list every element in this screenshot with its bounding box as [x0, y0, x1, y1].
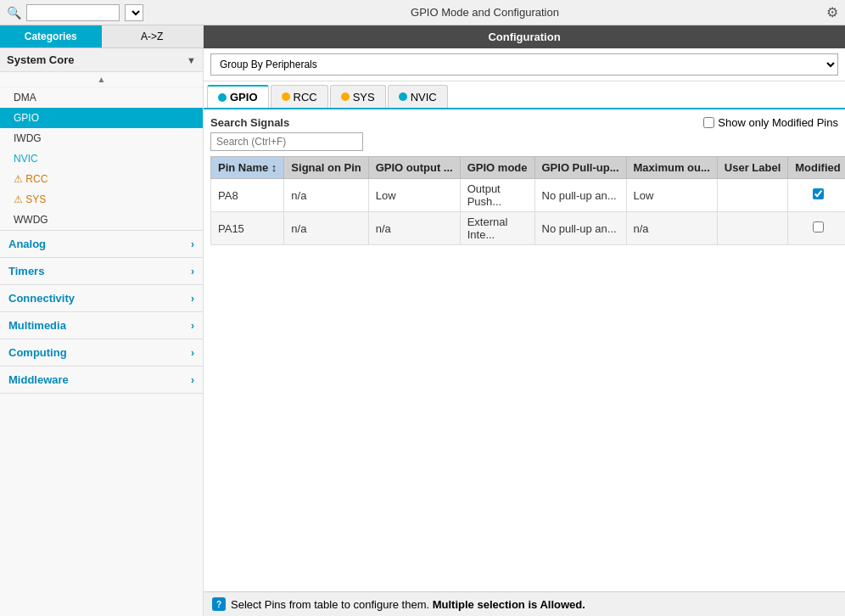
tab-nvic[interactable]: NVIC	[388, 85, 448, 108]
config-table: Pin Name ↕ Signal on Pin GPIO output ...…	[204, 156, 845, 591]
sidebar-item-iwdg[interactable]: IWDG	[0, 128, 203, 148]
sidebar-item-gpio[interactable]: GPIO	[0, 108, 203, 128]
col-modified[interactable]: Modified	[788, 157, 845, 179]
show-modified-label: Show only Modified Pins	[718, 116, 838, 129]
table-header-row: Pin Name ↕ Signal on Pin GPIO output ...…	[211, 157, 846, 179]
tab-sys[interactable]: SYS	[330, 85, 386, 108]
connectivity-header[interactable]: Connectivity ›	[0, 285, 203, 311]
show-modified-checkbox[interactable]	[703, 117, 714, 128]
cell-gpio-mode: Output Push...	[460, 179, 534, 212]
col-user-label[interactable]: User Label	[717, 157, 787, 179]
col-gpio-output[interactable]: GPIO output ...	[368, 157, 460, 179]
middleware-header[interactable]: Middleware ›	[0, 367, 203, 393]
gpio-tab-dot	[218, 93, 227, 102]
sidebar-item-wwdg[interactable]: WWDG	[0, 210, 203, 230]
cell-max-output: Low	[626, 179, 717, 212]
system-core-section: System Core ▼ ▲ DMA GPIO IWDG NVIC ⚠ RCC…	[0, 48, 203, 231]
config-header: Configuration	[204, 25, 845, 48]
search-input-wrap	[204, 132, 845, 156]
middleware-section: Middleware ›	[0, 367, 203, 394]
cell-user-label	[717, 179, 787, 212]
timers-header[interactable]: Timers ›	[0, 258, 203, 284]
table-row[interactable]: PA15 n/a n/a External Inte... No pull-up…	[211, 212, 846, 245]
top-search-input[interactable]	[26, 4, 120, 21]
rcc-tab-dot	[282, 92, 290, 101]
sort-up-arrow[interactable]: ▲	[94, 75, 109, 84]
modified-checkbox-pa15[interactable]	[813, 221, 824, 232]
timers-section: Timers ›	[0, 258, 203, 285]
timers-chevron: ›	[191, 266, 194, 277]
top-bar: 🔍 GPIO Mode and Configuration ⚙	[0, 0, 845, 25]
search-icon: 🔍	[7, 6, 21, 20]
cell-gpio-pull: No pull-up an...	[534, 179, 626, 212]
col-gpio-pull[interactable]: GPIO Pull-up...	[534, 157, 626, 179]
analog-header[interactable]: Analog ›	[0, 231, 203, 257]
sidebar: Categories A->Z System Core ▼ ▲ DMA GPIO…	[0, 25, 204, 616]
computing-chevron: ›	[191, 347, 194, 359]
computing-header[interactable]: Computing ›	[0, 339, 203, 366]
tab-gpio[interactable]: GPIO	[207, 85, 269, 108]
cell-modified	[788, 212, 845, 245]
cell-gpio-output: n/a	[368, 212, 460, 245]
middleware-label: Middleware	[8, 373, 69, 386]
cell-pin-name: PA8	[211, 179, 284, 212]
col-pin-name[interactable]: Pin Name ↕	[211, 157, 284, 179]
multimedia-header[interactable]: Multimedia ›	[0, 312, 203, 339]
col-max-output[interactable]: Maximum ou...	[626, 157, 717, 179]
modified-check-area: Show only Modified Pins	[703, 116, 838, 129]
connectivity-label: Connectivity	[8, 292, 75, 305]
system-core-header[interactable]: System Core ▼	[0, 48, 203, 72]
sidebar-tabs: Categories A->Z	[0, 25, 203, 48]
tab-categories[interactable]: Categories	[0, 25, 102, 48]
cell-signal-on-pin: n/a	[284, 212, 368, 245]
info-icon: ?	[212, 597, 226, 611]
nvic-tab-dot	[399, 92, 407, 101]
bottom-bar: ? Select Pins from table to configure th…	[204, 591, 845, 616]
sidebar-item-nvic[interactable]: NVIC	[0, 148, 203, 169]
cell-pin-name: PA15	[211, 212, 284, 245]
app-title: GPIO Mode and Configuration	[148, 6, 821, 19]
nvic-tab-label: NVIC	[411, 91, 437, 104]
content-area: Configuration Group By Peripherals Group…	[204, 25, 845, 616]
cell-signal-on-pin: n/a	[284, 179, 368, 212]
table-row[interactable]: PA8 n/a Low Output Push... No pull-up an…	[211, 179, 846, 212]
gpio-table: Pin Name ↕ Signal on Pin GPIO output ...…	[210, 156, 845, 245]
gear-button[interactable]: ⚙	[826, 4, 838, 20]
sort-bar: ▲	[0, 72, 203, 87]
modified-checkbox-pa8[interactable]	[813, 188, 824, 199]
system-core-label: System Core	[7, 53, 74, 66]
sidebar-item-sys[interactable]: ⚠ SYS	[0, 189, 203, 210]
sidebar-item-dma[interactable]: DMA	[0, 87, 203, 108]
cell-gpio-mode: External Inte...	[460, 212, 534, 245]
computing-label: Computing	[8, 346, 67, 359]
multimedia-chevron: ›	[191, 320, 194, 332]
footer-text: Select Pins from table to configure them…	[231, 598, 585, 611]
gpio-tab-label: GPIO	[230, 91, 258, 104]
analog-section: Analog ›	[0, 231, 203, 258]
col-signal-on-pin[interactable]: Signal on Pin	[284, 157, 368, 179]
connectivity-chevron: ›	[191, 293, 194, 305]
sidebar-item-rcc[interactable]: ⚠ RCC	[0, 169, 203, 189]
search-area: Search Signals Show only Modified Pins	[204, 109, 845, 132]
group-by-row: Group By Peripherals Group By Mode	[204, 48, 845, 81]
config-tabs: GPIO RCC SYS NVIC	[204, 81, 845, 109]
computing-section: Computing ›	[0, 339, 203, 367]
sys-tab-label: SYS	[353, 91, 375, 104]
sys-tab-dot	[341, 92, 350, 101]
tab-rcc[interactable]: RCC	[271, 85, 328, 108]
connectivity-section: Connectivity ›	[0, 285, 203, 312]
cell-modified	[788, 179, 845, 212]
cell-max-output: n/a	[626, 212, 717, 245]
cell-user-label	[717, 212, 787, 245]
group-by-select[interactable]: Group By Peripherals Group By Mode	[210, 53, 838, 76]
cell-gpio-pull: No pull-up an...	[534, 212, 626, 245]
tab-atoz[interactable]: A->Z	[102, 25, 204, 48]
top-search-dropdown[interactable]	[125, 4, 143, 21]
rcc-tab-label: RCC	[294, 91, 317, 104]
analog-label: Analog	[8, 238, 46, 250]
system-core-items: DMA GPIO IWDG NVIC ⚠ RCC ⚠ SYS WWDG	[0, 87, 203, 230]
search-signals-input[interactable]	[210, 132, 363, 151]
multimedia-label: Multimedia	[8, 319, 66, 332]
cell-gpio-output: Low	[368, 179, 460, 212]
col-gpio-mode[interactable]: GPIO mode	[460, 157, 534, 179]
